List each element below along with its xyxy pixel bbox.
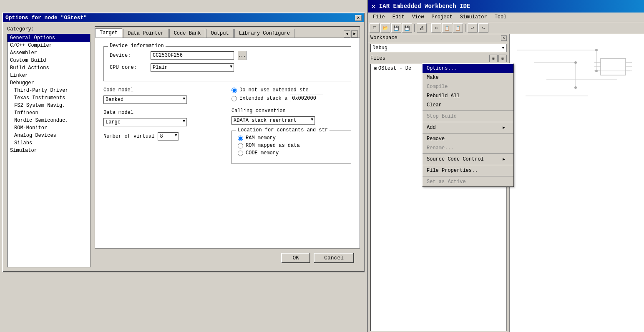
category-item-debugger[interactable]: Debugger [8, 79, 90, 87]
ctx-source-code-control[interactable]: Source Code Control ► [423, 155, 513, 164]
tb-paste-button[interactable]: 📋 [453, 23, 463, 33]
location-radio2-label: ROM mapped as data [246, 143, 300, 148]
location-radio3-label: CODE memory [246, 150, 279, 156]
files-label: Files [370, 55, 385, 61]
workspace-config-select[interactable]: Debug [370, 44, 507, 52]
stack-radio2-label: Extended stack a [239, 96, 287, 101]
category-item-third-party[interactable]: Third-Party Driver [8, 87, 90, 94]
files-expand-button[interactable]: ⊞ [489, 55, 498, 62]
location-radio1[interactable] [238, 136, 243, 141]
files-collapse-button[interactable]: ⊟ [498, 55, 507, 62]
tb-new-button[interactable]: □ [370, 23, 380, 33]
category-item-rom[interactable]: ROM-Monitor [8, 124, 90, 132]
dialog-close-button[interactable]: × [355, 15, 362, 21]
category-item-silabs[interactable]: Silabs [8, 139, 90, 147]
cpu-label: CPU core: [110, 65, 147, 70]
device-input[interactable] [151, 51, 234, 60]
ctx-rename: Rename... [423, 143, 513, 153]
cancel-button[interactable]: Cancel [314, 253, 354, 263]
calling-convention-select[interactable]: XDATA stack reentrant [231, 116, 315, 125]
tb-save-button[interactable]: 💾 [391, 23, 401, 33]
stack-radio1[interactable] [231, 88, 237, 93]
stack-hex-input[interactable] [290, 95, 323, 102]
tb-copy-button[interactable]: 📋 [442, 23, 452, 33]
ctx-options[interactable]: Options... [423, 64, 513, 73]
menu-file[interactable]: File [370, 13, 388, 21]
category-item-linker[interactable]: Linker [8, 72, 90, 79]
ctx-add[interactable]: Add ► [423, 123, 513, 132]
tb-print-button[interactable]: 🖨 [417, 23, 427, 33]
ctx-rebuild-all[interactable]: Rebuild All [423, 91, 513, 101]
ctx-remove[interactable]: Remove [423, 134, 513, 143]
location-group: Location for constants and str RAM memor… [231, 131, 351, 164]
location-radio2[interactable] [238, 143, 243, 148]
ok-button[interactable]: OK [281, 253, 310, 263]
menu-view[interactable]: View [409, 13, 428, 21]
stack-radio2[interactable] [231, 96, 237, 101]
ctx-compile: Compile [423, 82, 513, 91]
category-item-analog[interactable]: Analog Devices [8, 132, 90, 139]
tab-next-button[interactable]: ► [351, 30, 358, 38]
category-list: General Options C/C++ Compiler Assembler… [7, 34, 91, 267]
workspace-dropdown-wrapper: Debug ▼ [370, 44, 507, 52]
ctx-source-arrow: ► [503, 157, 505, 162]
calling-convention-label: Calling convention [231, 108, 351, 114]
location-label: Location for constants and str [236, 127, 330, 133]
app-title: IAR Embedded Workbench IDE [379, 3, 470, 10]
tab-prev-button[interactable]: ◄ [344, 30, 350, 38]
ctx-make[interactable]: Make [423, 73, 513, 82]
ctx-stop-build: Stop Build [423, 112, 513, 121]
tab-target[interactable]: Target [95, 28, 122, 38]
category-item-texas[interactable]: Texas Instruments [8, 94, 90, 102]
ctx-clean[interactable]: Clean [423, 101, 513, 110]
tb-undo-button[interactable]: ↩ [468, 23, 478, 33]
tb-cut-button[interactable]: ✂ [431, 23, 441, 33]
menu-tools[interactable]: Tool [491, 13, 510, 21]
tab-code-bank[interactable]: Code Bank [169, 29, 206, 38]
location-radio3[interactable] [238, 151, 243, 156]
category-item-build-actions[interactable]: Build Actions [8, 64, 90, 72]
toolbar-separator3 [465, 24, 465, 32]
ctx-sep2 [423, 122, 513, 122]
menu-project[interactable]: Project [428, 13, 455, 21]
ctx-file-properties[interactable]: File Properties.. [423, 166, 513, 175]
category-item-assembler[interactable]: Assembler [8, 49, 90, 57]
code-model-select[interactable]: Banked [103, 96, 187, 104]
data-model-select[interactable]: Large [103, 118, 187, 126]
location-radio1-row: RAM memory [238, 135, 345, 141]
virtual-select[interactable]: 8 [158, 132, 179, 141]
category-item-custom-build[interactable]: Custom Build [8, 57, 90, 64]
virtual-label: Number of virtual [103, 133, 154, 139]
files-header: Files ⊞ ⊟ [368, 54, 509, 63]
context-menu: Options... Make Compile Rebuild All Clea… [422, 63, 514, 187]
device-field-row: Device: ... [110, 51, 345, 60]
cpu-select[interactable]: Plain [151, 63, 234, 72]
workspace-close-button[interactable]: × [501, 35, 507, 41]
workspace-titlebar: Workspace × [368, 34, 509, 42]
category-label: Category: [7, 26, 91, 32]
category-item-simulator[interactable]: Simulator [8, 147, 90, 154]
virtual-select-wrapper: 8 [158, 132, 179, 141]
tb-redo-button[interactable]: ↪ [478, 23, 488, 33]
dialog-buttons: OK Cancel [95, 249, 360, 267]
category-item-fs2[interactable]: FS2 System Navig. [8, 102, 90, 109]
category-item-general-options[interactable]: General Options [8, 34, 90, 42]
dialog-title: Options for node "OStest" [5, 15, 87, 21]
category-item-cpp-compiler[interactable]: C/C++ Compiler [8, 42, 90, 49]
options-dialog: Options for node "OStest" × Category: Ge… [2, 13, 365, 272]
location-radio1-label: RAM memory [246, 135, 276, 141]
tb-open-button[interactable]: 📂 [380, 23, 390, 33]
tab-library-configure[interactable]: Library Configure [234, 29, 294, 38]
menu-edit[interactable]: Edit [389, 13, 408, 21]
tab-data-pointer[interactable]: Data Pointer [123, 29, 168, 38]
tab-content: Device information Device: ... CPU core: [95, 38, 360, 178]
virtual-row: Number of virtual 8 [103, 132, 223, 141]
file-tree-item-label: OStest - De [378, 65, 411, 71]
tab-output[interactable]: Output [206, 29, 233, 38]
category-item-infineon[interactable]: Infineon [8, 109, 90, 117]
device-browse-button[interactable]: ... [237, 51, 247, 60]
menu-simulator[interactable]: Simulator [457, 13, 491, 21]
tb-save-all-button[interactable]: 💾 [402, 23, 412, 33]
category-item-nordic[interactable]: Nordic Semiconduc. [8, 117, 90, 124]
ctx-add-arrow: ► [503, 126, 505, 130]
